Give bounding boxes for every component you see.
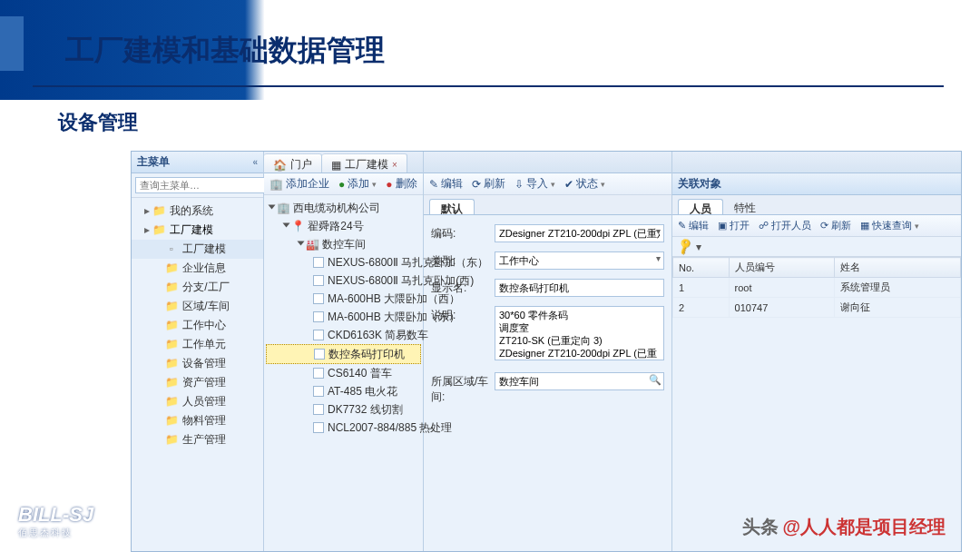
nav-item[interactable]: 📁 生产管理 <box>132 430 263 449</box>
edit-button[interactable]: ✎编辑 <box>429 176 463 192</box>
code-label: 编码: <box>431 224 495 242</box>
desc-label: 说明: <box>431 306 495 323</box>
pencil-icon: ✎ <box>429 178 438 191</box>
table-icon: ▦ <box>860 220 869 232</box>
rel-open-person-button[interactable]: ☍打开人员 <box>759 219 811 232</box>
minus-icon: ● <box>386 178 392 191</box>
person-icon: ☍ <box>759 220 769 232</box>
tab-home[interactable]: 🏠 门户 <box>264 153 322 172</box>
refresh-icon: ⟳ <box>820 220 828 232</box>
folder-icon: 📁 <box>152 204 165 217</box>
tree-leaf[interactable]: CKD6163K 简易数车 <box>266 326 421 344</box>
nav-item[interactable]: 📁 物料管理 <box>132 411 263 430</box>
nav-item[interactable]: ▫ 工厂建模 <box>132 240 263 259</box>
page-title: 工厂建模和基础数据管理 <box>65 31 385 71</box>
grid-icon: ▦ <box>331 159 341 172</box>
tree-leaf[interactable]: MA-600HB 大隈卧加（西） <box>266 290 421 308</box>
pencil-icon: ✎ <box>678 220 686 232</box>
tab-properties[interactable]: 特性 <box>723 199 767 214</box>
folder-icon: 📁 <box>165 338 178 350</box>
nav-item[interactable]: 📁 分支/工厂 <box>132 278 263 297</box>
status-button[interactable]: ✔状态▾ <box>564 176 605 192</box>
area-label: 所属区域/车间: <box>431 372 495 405</box>
tree-leaf[interactable]: NCL2007-884/885 热处理 <box>266 419 421 437</box>
tree-leaf[interactable]: MA-600HB 大隈卧加（东） <box>266 308 421 326</box>
folder-icon: 📁 <box>165 281 178 293</box>
col-code[interactable]: 人员编号 <box>729 258 834 278</box>
folder-icon: 📁 <box>165 319 178 331</box>
type-field[interactable] <box>495 251 664 270</box>
close-icon[interactable]: × <box>392 160 397 170</box>
import-icon: ⇩ <box>514 178 524 191</box>
name-field[interactable] <box>495 279 664 297</box>
check-icon: ✔ <box>564 178 573 191</box>
refresh-button[interactable]: ⟳刷新 <box>472 176 505 192</box>
nav-item[interactable]: 📁 资产管理 <box>132 373 263 392</box>
nav-item[interactable]: ▸📁 我的系统 <box>132 202 263 221</box>
plus-icon: ● <box>338 178 345 191</box>
add-button[interactable]: ● 添加▾ <box>338 176 377 192</box>
tree-leaf[interactable]: NEXUS-6800Ⅱ 马扎克卧加(西) <box>266 271 421 290</box>
table-row[interactable]: 2010747谢向征 <box>673 298 961 318</box>
tree-leaf[interactable]: NEXUS-6800Ⅱ 马扎克卧加（东） <box>266 253 421 271</box>
app-frame: 主菜单 « × 🔍 ▸📁 我的系统▸📁 工厂建模▫ 工厂建模📁 企业信息📁 分支… <box>131 151 962 552</box>
refresh-icon: ⟳ <box>472 178 481 191</box>
brand-logo: BILL-SJ佰思杰科技 <box>18 503 93 539</box>
tree-leaf[interactable]: 数控条码打印机 <box>266 344 421 364</box>
main-menu-panel: 主菜单 « × 🔍 ▸📁 我的系统▸📁 工厂建模▫ 工厂建模📁 企业信息📁 分支… <box>132 152 264 551</box>
home-icon: 🏠 <box>273 159 287 172</box>
tab-persons[interactable]: 人员 <box>678 199 723 214</box>
rel-edit-button[interactable]: ✎编辑 <box>678 219 709 232</box>
nav-item[interactable]: ▸📁 工厂建模 <box>132 221 263 240</box>
rel-open-button[interactable]: ▣打开 <box>718 219 750 232</box>
nav-item[interactable]: 📁 企业信息 <box>132 259 263 278</box>
detail-panel: ✎编辑 ⟳刷新 ⇩导入▾ ✔状态▾ 默认 编码: 类型: 显示名: <box>424 152 672 551</box>
page-subtitle: 设备管理 <box>58 109 138 136</box>
folder-icon: 📁 <box>165 357 178 370</box>
nav-item[interactable]: 📁 设备管理 <box>132 354 263 373</box>
add-enterprise-button[interactable]: 🏢 添加企业 <box>270 176 329 192</box>
folder-icon: 📁 <box>165 414 178 427</box>
nav-item[interactable]: 📁 工作单元 <box>132 335 263 354</box>
import-button[interactable]: ⇩导入▾ <box>514 176 555 192</box>
tree-area[interactable]: 🏭 数控车间 <box>266 235 421 253</box>
related-panel: 关联对象 人员 特性 ✎编辑 ▣打开 ☍打开人员 ⟳刷新 ▦快速查询▾ 🔑▾ N… <box>672 152 961 551</box>
delete-button[interactable]: ● 删除 <box>386 176 416 192</box>
tree-leaf[interactable]: AT-485 电火花 <box>266 382 421 400</box>
code-field[interactable] <box>495 224 664 242</box>
tree-leaf[interactable]: CS6140 普车 <box>266 364 421 382</box>
nav-item[interactable]: 📁 人员管理 <box>132 392 263 411</box>
name-label: 显示名: <box>431 279 495 296</box>
tree-site[interactable]: 📍 翟舜路24号 <box>266 217 421 235</box>
open-icon: ▣ <box>718 220 727 232</box>
rel-quick-query-button[interactable]: ▦快速查询▾ <box>860 219 919 232</box>
persons-table: No. 人员编号 姓名 1root系统管理员2010747谢向征 <box>672 257 961 318</box>
tree-leaf[interactable]: DK7732 线切割 <box>266 400 421 419</box>
folder-icon: 📁 <box>165 300 178 312</box>
key-icon: 🔑 <box>675 237 694 256</box>
area-field[interactable] <box>495 372 664 390</box>
tab-default[interactable]: 默认 <box>429 199 475 214</box>
type-label: 类型: <box>431 251 495 269</box>
related-title: 关联对象 <box>678 176 721 192</box>
menu-search-input[interactable] <box>135 177 270 193</box>
folder-icon: ▫ <box>165 242 178 255</box>
nav-item[interactable]: 📁 区域/车间 <box>132 297 263 316</box>
desc-field[interactable] <box>495 306 664 360</box>
rel-refresh-button[interactable]: ⟳刷新 <box>820 219 851 232</box>
folder-icon: 📁 <box>165 395 178 408</box>
nav-item[interactable]: 📁 工作中心 <box>132 316 263 335</box>
building-icon: 🏢 <box>270 178 283 191</box>
main-menu-title: 主菜单 <box>137 154 170 170</box>
tree-root[interactable]: 🏢 西电缆动机构公司 <box>266 199 421 217</box>
folder-icon: 📁 <box>165 376 178 389</box>
col-name[interactable]: 姓名 <box>835 258 961 278</box>
folder-icon: 📁 <box>165 433 178 446</box>
collapse-icon[interactable]: « <box>252 157 258 167</box>
table-row[interactable]: 1root系统管理员 <box>673 278 961 298</box>
tree-panel: 🏠 门户 ▦ 工厂建模 × 🏢 添加企业 ● 添加▾ ● 删除 🏢 西 <box>264 152 424 551</box>
folder-icon: 📁 <box>152 223 165 236</box>
tab-factory-model[interactable]: ▦ 工厂建模 × <box>322 153 407 172</box>
col-no[interactable]: No. <box>673 258 730 278</box>
folder-icon: 📁 <box>165 261 178 274</box>
